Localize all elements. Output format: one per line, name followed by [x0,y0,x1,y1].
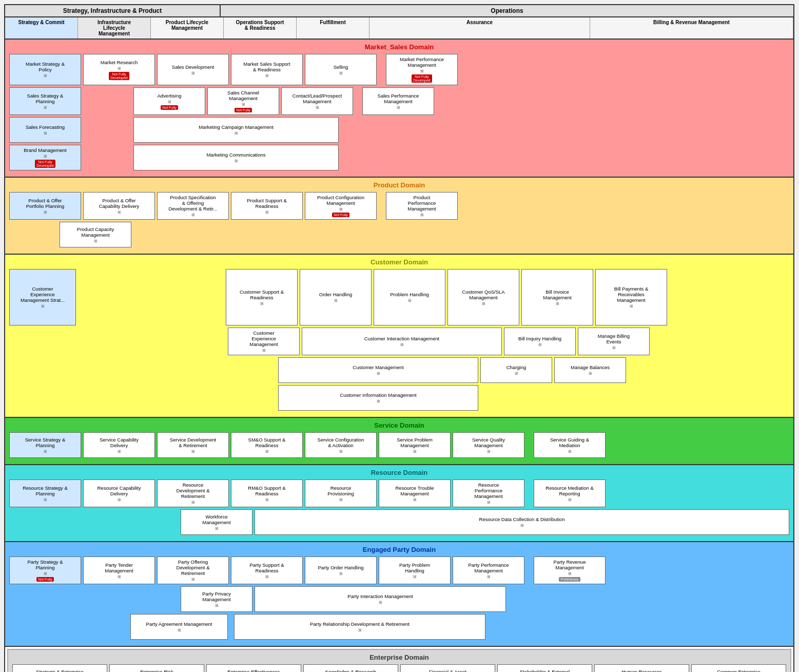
expand-icon: ⊞ [413,497,417,502]
product-support[interactable]: Product Support &Readiness ⊞ [231,192,303,220]
bill-payments[interactable]: Bill Payments &ReceivablesManagement ⊞ [595,269,667,325]
selling[interactable]: Selling ⊞ [305,54,377,85]
service-guiding[interactable]: Service Guiding &Mediation ⊞ [534,432,606,458]
market-strategy-policy[interactable]: Market Strategy &Policy ⊞ [9,54,81,85]
party-tender[interactable]: Party TenderManagement ⊞ [83,556,155,584]
sales-forecasting[interactable]: Sales Forecasting ⊞ [9,117,81,143]
party-offering[interactable]: Party OfferingDevelopment &Retirement ⊞ [157,556,229,584]
rmo-support[interactable]: RM&O Support &Readiness ⊞ [231,479,303,507]
bill-inquiry[interactable]: Bill Inquiry Handling ⊞ [504,328,576,355]
cx-interaction[interactable]: Customer Interaction Management ⊞ [302,328,502,355]
service-config[interactable]: Service Configuration& Activation ⊞ [305,432,377,458]
capability-delivery[interactable]: Product & OfferCapability Delivery ⊞ [83,192,155,220]
charging[interactable]: Charging ⊞ [480,357,552,383]
customer-row-4: Customer Information Management ⊞ [9,385,789,411]
service-quality[interactable]: Service QualityManagement ⊞ [453,432,524,458]
engaged-row-1: Party Strategy &Planning ⊞ Not Fully Par… [9,556,789,584]
expand-icon: ⊞ [482,301,485,306]
common-enterprise[interactable]: Common EnterpriseProcesses ⊞ [691,664,786,672]
manage-billing[interactable]: Manage BillingEvents ⊞ [578,328,650,355]
expand-icon: ⊞ [420,213,424,217]
resource-performance[interactable]: ResourcePerformanceManagement ⊞ [453,479,524,507]
expand-icon: ⊞ [515,371,518,376]
expand-icon: ⊞ [520,523,524,528]
service-development[interactable]: Service Development& Retirement ⊞ [157,432,229,458]
portfolio-planning[interactable]: Product & OfferPortfolio Planning ⊞ [9,192,81,220]
expand-icon: ⊞ [408,298,412,303]
market-research[interactable]: Market Research ⊞ Not FullyDeveloped [83,54,155,85]
party-problem[interactable]: Party ProblemHandling ⊞ [379,556,451,584]
not-fully-badge: Not FullyDeveloped [109,72,129,80]
expand-icon: ⊞ [400,342,404,347]
party-support[interactable]: Party Support &Readiness ⊞ [231,556,303,584]
contact-lead[interactable]: Contact/Lead/ProspectManagement ⊞ [281,87,353,115]
workforce[interactable]: WorkforceManagement ⊞ [181,509,252,535]
cx-support[interactable]: Customer Support &Readiness ⊞ [226,269,298,325]
stakeholder-external[interactable]: Stakeholder & ExternalRelations Manageme… [497,664,592,672]
bill-invoice[interactable]: Bill InvoiceManagement ⊞ [521,269,593,325]
product-capacity[interactable]: Product CapacityManagement ⊞ [60,222,131,247]
resource-trouble[interactable]: Resource TroubleManagement ⊞ [379,479,451,507]
party-agreement[interactable]: Party Agreement Management ⊞ [130,614,228,640]
expand-icon: ⊞ [235,159,238,163]
resource-provisioning[interactable]: ResourceProvisioning ⊞ [305,479,377,507]
cx-experience[interactable]: CustomerExperienceManagement ⊞ [228,328,300,355]
expand-icon: ⊞ [316,105,319,110]
product-config[interactable]: Product ConfigurationManagement ⊞ Not Fu… [305,192,377,220]
brand-mgmt[interactable]: Brand Management ⊞ Not FullyDeveloped [9,145,81,170]
service-capability[interactable]: Service CapabilityDelivery ⊞ [83,432,155,458]
enterprise-risk[interactable]: Enterprise RiskManagement ⊞ [109,664,204,672]
col-product-lc: Product LifecycleManagement [151,17,224,39]
service-problem[interactable]: Service ProblemManagement ⊞ [379,432,451,458]
cx-management[interactable]: Customer Management ⊞ [278,357,478,383]
strategic-enterprise[interactable]: Strategic & EnterprisePlanning ⊞ [12,664,107,672]
sales-strategy[interactable]: Sales Strategy &Planning ⊞ [9,87,81,115]
sales-dev[interactable]: Sales Development ⊞ [157,54,229,85]
expand-icon: ⊞ [242,102,245,107]
resource-data-collection[interactable]: Resource Data Collection & Distribution … [255,509,789,535]
enterprise-effectiveness[interactable]: Enterprise EffectivenessManagement ⊞ [206,664,301,672]
sales-perf[interactable]: Sales PerformanceManagement ⊞ [362,87,434,115]
engaged-row-3: Party Agreement Management ⊞ Party Relat… [9,614,789,640]
not-fully-badge: Not FullyDeveloped [412,74,432,83]
engaged-row-2: Party PrivacyManagement ⊞ Party Interact… [9,586,789,612]
resource-strategy[interactable]: Resource Strategy &Planning ⊞ [9,479,81,507]
expand-icon: ⊞ [568,571,572,576]
human-resources[interactable]: Human ResourcesManagement ⊞ [594,664,689,672]
party-revenue[interactable]: Party RevenueManagement ⊞ Preliminary [534,556,606,584]
financial-asset[interactable]: Financial & AssetManagement ⊞ [400,664,495,672]
product-performance[interactable]: ProductPerformanceManagement ⊞ [386,192,458,220]
market-sales-support[interactable]: Market Sales Support& Readiness ⊞ [231,54,303,85]
cx-strategy[interactable]: CustomerExperienceManagement Strat... ⊞ [9,269,76,325]
sm-support[interactable]: SM&O Support &Readiness ⊞ [231,432,303,458]
spec-offering[interactable]: Product Specification& OfferingDevelopme… [157,192,229,220]
resource-development[interactable]: ResourceDevelopment &Retirement ⊞ [157,479,229,507]
manage-balances[interactable]: Manage Balances ⊞ [554,357,626,383]
party-order[interactable]: Party Order Handling ⊞ [305,556,377,584]
knowledge-research[interactable]: Knowledge & ResearchManagement ⊞ [303,664,398,672]
marketing-comms[interactable]: Marketing Communications ⊞ [133,145,339,170]
expand-icon: ⊞ [41,304,45,309]
expand-icon: ⊞ [44,571,47,576]
expand-icon: ⊞ [413,449,417,454]
party-strategy[interactable]: Party Strategy &Planning ⊞ Not Fully [9,556,81,584]
party-performance[interactable]: Party PerformanceManagement ⊞ [453,556,524,584]
problem-handling[interactable]: Problem Handling ⊞ [374,269,445,325]
party-relationship[interactable]: Party Relationship Development & Retirem… [234,614,485,640]
qos-sla[interactable]: Customer QoS/SLAManagement ⊞ [447,269,519,325]
market-row-4: Brand Management ⊞ Not FullyDeveloped Ma… [9,145,789,170]
resource-capability[interactable]: Resource CapabilityDelivery ⊞ [83,479,155,507]
not-fully-badge: Not FullyDeveloped [35,160,55,168]
market-perf[interactable]: Market PerformanceManagement ⊞ Not Fully… [386,54,458,85]
party-privacy[interactable]: Party PrivacyManagement ⊞ [181,586,252,612]
not-fully-badge: Not Fully [235,108,252,112]
resource-row-2: WorkforceManagement ⊞ Resource Data Coll… [9,509,789,535]
sales-channel[interactable]: Sales ChannelManagement ⊞ Not Fully [207,87,279,115]
marketing-campaign[interactable]: Marketing Campaign Management ⊞ [133,117,339,143]
resource-mediation[interactable]: Resource Mediation &Reporting ⊞ [534,479,606,507]
order-handling[interactable]: Order Handling ⊞ [300,269,372,325]
party-interaction[interactable]: Party Interaction Management ⊞ [255,586,506,612]
service-strategy[interactable]: Service Strategy &Planning ⊞ [9,432,81,458]
advertising[interactable]: Advertising ⊞ Not Fully [133,87,205,115]
cx-info[interactable]: Customer Information Management ⊞ [278,385,478,411]
